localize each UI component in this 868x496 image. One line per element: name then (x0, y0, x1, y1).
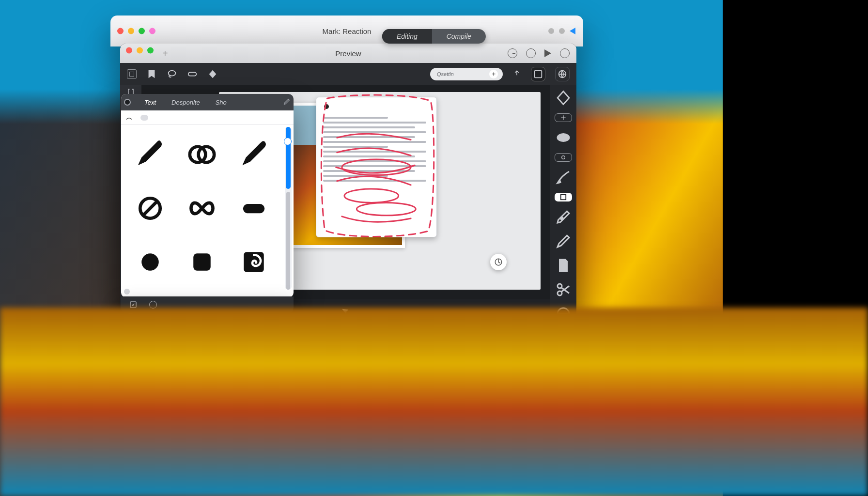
picker-tab-text[interactable]: Text (138, 96, 163, 109)
minimize-button[interactable] (128, 28, 134, 34)
floating-action-button[interactable] (490, 254, 507, 270)
dock-app[interactable] (171, 450, 199, 478)
svg-point-16 (356, 202, 416, 215)
preview-title: Preview (335, 49, 361, 58)
svg-point-23 (141, 253, 159, 271)
dock-app[interactable] (625, 450, 652, 478)
svg-point-0 (169, 70, 176, 76)
svg-rect-1 (188, 72, 197, 76)
close-button[interactable] (126, 47, 132, 53)
picker-edit-icon[interactable] (283, 98, 291, 107)
picker-tab-sho[interactable]: Sho (209, 96, 233, 109)
scroll-track-lower (286, 192, 290, 290)
tool-pen-icon[interactable] (555, 208, 572, 226)
shape-circle-slash-outline[interactable] (124, 182, 176, 235)
picker-handle-icon[interactable] (124, 99, 131, 106)
svg-line-21 (142, 201, 158, 217)
sidebar-toggle-icon[interactable] (127, 69, 137, 79)
segment-compile[interactable]: Compile (432, 29, 486, 44)
tool-diamond-icon[interactable] (555, 89, 572, 107)
embedded-document[interactable] (316, 97, 437, 237)
picker-foot-export-icon[interactable] (129, 300, 138, 309)
tool-record-icon[interactable] (555, 305, 572, 323)
dock-app[interactable] (58, 450, 85, 478)
shape-pencil-fill-2[interactable] (228, 128, 280, 182)
flag-icon[interactable] (544, 49, 551, 57)
scroll-thumb[interactable] (286, 127, 291, 189)
dock-app[interactable] (323, 450, 350, 478)
shape-pretzel-rounded-outline[interactable] (176, 182, 228, 235)
parent-window-title: Mark: Reaction (323, 27, 372, 35)
dock-app[interactable] (360, 450, 388, 478)
shape-rounded-square-fill[interactable] (176, 235, 228, 289)
shape-capsule-fill[interactable] (228, 182, 280, 235)
search-add-icon[interactable]: + (489, 70, 498, 78)
dock-app[interactable] (134, 450, 161, 478)
desktop-wallpaper: Mark: Reaction Editing Compile + Preview (0, 0, 868, 496)
lasso-icon[interactable] (167, 69, 177, 79)
bookmark-icon[interactable] (146, 69, 157, 79)
dock-app[interactable] (436, 450, 463, 478)
status-dot-icon (559, 28, 565, 34)
shape-pencil-fill[interactable] (124, 128, 176, 182)
svg-point-5 (127, 307, 134, 313)
tool-brush-icon[interactable] (555, 169, 572, 186)
globe-button[interactable] (555, 67, 570, 81)
tool-eraser-icon[interactable] (555, 129, 572, 146)
picker-subbar: ︿ (121, 110, 294, 125)
shape-pretzel-outline[interactable] (176, 128, 228, 182)
zoom-button[interactable] (139, 28, 145, 34)
dock-app[interactable] (712, 450, 739, 478)
shape-picker-panel: Text Desponite Sho ︿ (121, 94, 294, 297)
mode-segmented-control[interactable]: Editing Compile (382, 29, 486, 44)
shape-swirl-inverse[interactable] (228, 235, 280, 289)
new-tab-button[interactable]: + (162, 48, 168, 59)
tool-target-icon[interactable] (555, 153, 572, 162)
tool-panel-icon[interactable] (555, 113, 572, 122)
dock-app[interactable] (587, 450, 614, 478)
play-arrow-icon[interactable] (570, 28, 575, 34)
keyboard-pill-icon[interactable] (187, 69, 198, 79)
dock-app[interactable] (209, 450, 236, 478)
picker-tab-desponite[interactable]: Desponite (165, 96, 207, 109)
picker-swatch-icon[interactable] (140, 115, 148, 121)
dock-app[interactable] (247, 450, 274, 478)
history-icon[interactable] (508, 48, 517, 58)
svg-rect-24 (193, 253, 211, 271)
parent-window-right-controls (548, 28, 575, 34)
tool-highlighter-icon[interactable] (555, 232, 572, 250)
picker-collapse-icon[interactable]: ︿ (126, 113, 133, 122)
close-button[interactable] (117, 28, 124, 34)
dock-app[interactable] (398, 450, 425, 478)
minimize-button[interactable] (137, 47, 143, 53)
zoom-button[interactable] (147, 47, 154, 53)
svg-point-9 (561, 217, 563, 220)
circle-tool-icon[interactable] (526, 48, 536, 58)
picker-tabs: Text Desponite Sho (121, 94, 294, 110)
picker-foot-record-icon[interactable] (149, 301, 157, 309)
svg-rect-2 (535, 70, 542, 78)
dock (44, 442, 754, 485)
dock-app[interactable] (474, 450, 501, 478)
share-arrow-icon[interactable] (512, 69, 521, 79)
tool-square-selected-icon[interactable] (555, 193, 572, 202)
dock-app[interactable] (674, 450, 701, 478)
grid-view-button[interactable] (531, 67, 545, 81)
picker-resize-dot-icon[interactable] (124, 289, 130, 294)
diamond-icon[interactable] (207, 69, 218, 79)
dock-app[interactable] (512, 450, 539, 478)
dock-app[interactable] (96, 450, 123, 478)
picker-scrollbar[interactable] (285, 127, 292, 290)
dock-separator (663, 452, 664, 476)
dock-app[interactable] (285, 450, 312, 478)
tool-scissors-icon[interactable] (555, 281, 572, 298)
shape-circle-fill[interactable] (124, 235, 176, 289)
dock-app[interactable] (549, 450, 576, 478)
search-field[interactable]: Qsettin + (430, 68, 503, 80)
circle-tool-icon[interactable] (560, 48, 570, 58)
tool-page-icon[interactable] (555, 257, 572, 274)
right-tool-rail (550, 85, 576, 323)
segment-editing[interactable]: Editing (382, 29, 432, 44)
status-dot-icon (548, 28, 554, 34)
svg-rect-8 (561, 195, 566, 200)
